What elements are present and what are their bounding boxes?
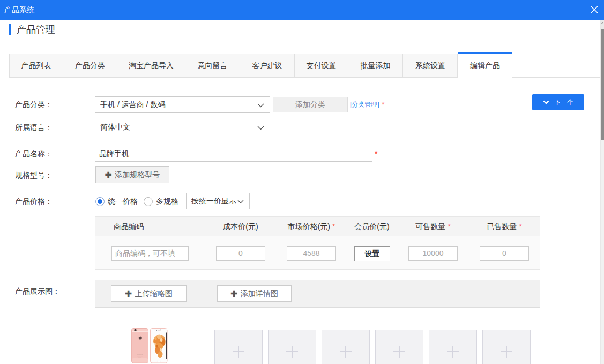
svg-text:iPhone: iPhone xyxy=(137,354,143,356)
